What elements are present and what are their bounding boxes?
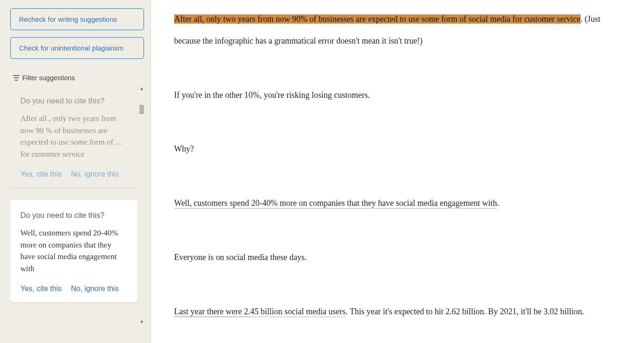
scroll-up-icon[interactable]: ▲ [139,86,144,91]
cite-no-button[interactable]: No, ignore this [71,170,119,178]
document-body: After all, only two years from now 90% o… [174,8,621,323]
suggestion-list-wrap: Do you need to cite this? After all , on… [10,85,144,343]
doc-text: . This year it's expected to hit 2.62 bi… [345,307,584,316]
suggestion-card-actions: Yes, cite this No, ignore this [20,170,127,178]
suggestion-card-title: Do you need to cite this? [20,96,127,105]
doc-paragraph: Why? [174,138,621,160]
filter-suggestions-label: Filter suggestions [22,74,75,82]
doc-text: . [497,198,499,208]
suggestion-card-actions: Yes, cite this No, ignore this [20,285,127,293]
highlighted-citation-span[interactable]: After all, only two years from now 90% o… [174,14,581,24]
filter-icon [13,75,19,81]
doc-paragraph: If you're in the other 10%, you're riski… [174,84,621,106]
suggestion-card[interactable]: Do you need to cite this? After all , on… [10,85,138,188]
doc-paragraph: Well, customers spend 20-40% more on com… [174,192,621,214]
scroll-thumb[interactable] [139,105,144,114]
editor-sidebar: Recheck for writing suggestions Check fo… [0,0,151,343]
recheck-suggestions-button[interactable]: Recheck for writing suggestions [10,8,144,30]
check-plagiarism-button[interactable]: Check for unintentional plagiarism [10,37,144,59]
citation-underline-span[interactable]: Last year there were 2 [174,307,248,317]
doc-paragraph: Last year there were 2.45 billion social… [174,301,621,323]
scroll-down-icon[interactable]: ▼ [139,320,144,324]
cite-yes-button[interactable]: Yes, cite this [20,285,62,293]
suggestion-card-body: Well, customers spend 20-40% more on com… [20,227,127,274]
suggestion-scrollbar[interactable]: ▲ ▼ [139,85,144,343]
suggestion-card[interactable]: Do you need to cite this? Well, customer… [10,200,138,302]
doc-paragraph: After all, only two years from now 90% o… [174,8,621,52]
citation-underline-span[interactable]: Well, customers spend 20-40% more on com… [174,198,497,209]
suggestion-card-body: After all , only two years from now 90 %… [20,113,127,160]
cite-yes-button[interactable]: Yes, cite this [20,170,62,178]
doc-paragraph: Everyone is on social media these days. [174,247,621,268]
grammar-underline-span[interactable]: .45 billion social media users [248,307,345,317]
suggestion-card-title: Do you need to cite this? [20,211,127,220]
cite-no-button[interactable]: No, ignore this [71,285,119,293]
filter-suggestions-button[interactable]: Filter suggestions [13,74,144,82]
document-area[interactable]: After all, only two years from now 90% o… [151,0,644,343]
suggestion-list: Do you need to cite this? After all , on… [10,85,139,343]
